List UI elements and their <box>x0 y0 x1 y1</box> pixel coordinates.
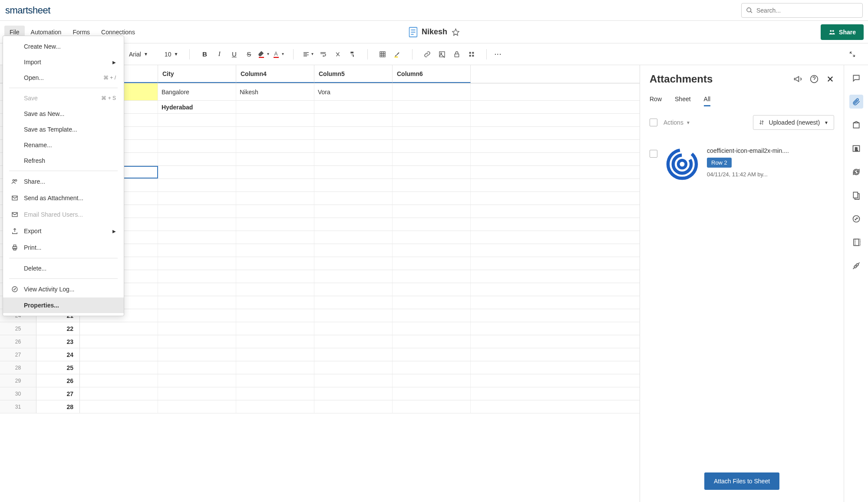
more-button[interactable]: ··· <box>491 47 505 61</box>
table-row[interactable]: 2926 <box>0 374 640 387</box>
cell[interactable] <box>158 374 236 387</box>
cell[interactable] <box>158 114 236 126</box>
cell[interactable] <box>314 179 393 192</box>
cell[interactable] <box>393 283 471 296</box>
cell[interactable] <box>236 166 314 178</box>
cell[interactable] <box>314 361 393 374</box>
cell[interactable] <box>236 205 314 218</box>
cell[interactable] <box>393 400 471 413</box>
file-menu-dropdown[interactable]: Create New...Import▶Open...⌘ + /Save⌘ + … <box>3 36 124 316</box>
cell[interactable] <box>314 387 393 400</box>
lock-button[interactable] <box>450 47 464 61</box>
cell[interactable] <box>393 244 471 257</box>
cell[interactable] <box>158 153 236 165</box>
table-row[interactable]: 2825 <box>0 361 640 374</box>
cell[interactable] <box>80 348 158 361</box>
row-number[interactable]: 28 <box>0 361 36 374</box>
cell[interactable] <box>393 257 471 270</box>
italic-button[interactable]: I <box>212 47 226 61</box>
file-menu-item[interactable]: Save as Template... <box>3 122 124 137</box>
file-menu-item[interactable]: Delete... <box>3 261 124 276</box>
cell[interactable] <box>393 192 471 205</box>
cell[interactable] <box>158 140 236 152</box>
cell[interactable] <box>158 192 236 205</box>
file-menu-item[interactable]: Share... <box>3 173 124 190</box>
cell[interactable] <box>158 387 236 400</box>
cell[interactable] <box>80 374 158 387</box>
file-menu-item[interactable]: Create New... <box>3 39 124 54</box>
cell[interactable] <box>393 127 471 139</box>
cell[interactable] <box>314 335 393 348</box>
cell[interactable] <box>158 231 236 244</box>
row-number[interactable]: 31 <box>0 400 36 413</box>
cell[interactable] <box>314 153 393 165</box>
cell[interactable] <box>314 270 393 283</box>
cell[interactable] <box>158 361 236 374</box>
rail-proof[interactable] <box>849 118 863 132</box>
announce-icon[interactable] <box>793 75 802 83</box>
cell[interactable] <box>393 205 471 218</box>
tab-all[interactable]: All <box>704 93 711 106</box>
cell[interactable] <box>236 127 314 139</box>
cell[interactable]: Bangalore <box>158 83 236 100</box>
cell[interactable] <box>314 166 393 178</box>
cell[interactable] <box>393 374 471 387</box>
cell[interactable] <box>158 244 236 257</box>
row-badge[interactable]: Row 2 <box>707 158 732 168</box>
column-header[interactable]: Column5 <box>314 65 393 83</box>
size-dropdown[interactable]: 10▼ <box>161 49 182 59</box>
file-menu-item[interactable]: Send as Attachment... <box>3 190 124 206</box>
cell[interactable] <box>158 335 236 348</box>
image-button[interactable] <box>435 47 449 61</box>
cell[interactable] <box>393 153 471 165</box>
cell[interactable] <box>158 270 236 283</box>
cell[interactable] <box>158 322 236 335</box>
column-header[interactable]: City <box>158 65 236 83</box>
cell[interactable] <box>236 231 314 244</box>
cell[interactable] <box>314 127 393 139</box>
cell[interactable] <box>314 218 393 231</box>
file-menu-item[interactable]: Export▶ <box>3 223 124 239</box>
highlight-button[interactable] <box>390 47 404 61</box>
cell[interactable] <box>314 400 393 413</box>
cell[interactable] <box>236 270 314 283</box>
line-number-cell[interactable]: 28 <box>36 400 80 413</box>
cell[interactable] <box>158 296 236 309</box>
more-format-button[interactable] <box>465 47 479 61</box>
cell[interactable] <box>393 387 471 400</box>
table-row[interactable]: 3027 <box>0 387 640 400</box>
cell[interactable] <box>314 257 393 270</box>
cell[interactable] <box>158 166 236 178</box>
text-color-button[interactable]: A▼ <box>271 47 285 61</box>
cell[interactable] <box>393 361 471 374</box>
file-menu-item[interactable]: Print... <box>3 239 124 256</box>
rail-publish[interactable] <box>849 188 863 202</box>
row-number[interactable]: 27 <box>0 348 36 361</box>
rail-connections[interactable] <box>849 259 863 273</box>
line-number-cell[interactable]: 24 <box>36 348 80 361</box>
cell[interactable] <box>393 114 471 126</box>
format-painter-button[interactable] <box>346 47 360 61</box>
cell[interactable] <box>158 218 236 231</box>
wrap-button[interactable] <box>316 47 330 61</box>
star-icon[interactable] <box>452 28 459 36</box>
cell[interactable] <box>236 114 314 126</box>
cell[interactable] <box>314 231 393 244</box>
file-menu-item[interactable]: Properties... <box>3 297 124 313</box>
row-number[interactable]: 25 <box>0 322 36 335</box>
cell[interactable] <box>158 400 236 413</box>
tab-sheet[interactable]: Sheet <box>675 93 691 106</box>
file-menu-item[interactable]: View Activity Log... <box>3 281 124 297</box>
cell[interactable] <box>393 270 471 283</box>
font-dropdown[interactable]: Arial▼ <box>125 49 152 59</box>
cell[interactable] <box>158 179 236 192</box>
cell[interactable] <box>393 322 471 335</box>
cell[interactable] <box>314 244 393 257</box>
align-button[interactable]: ▼ <box>301 47 315 61</box>
cell[interactable] <box>158 348 236 361</box>
cell[interactable] <box>236 244 314 257</box>
cell[interactable] <box>393 140 471 152</box>
rail-summary[interactable] <box>849 235 863 249</box>
cell[interactable] <box>80 387 158 400</box>
column-header[interactable]: Column6 <box>393 65 471 83</box>
